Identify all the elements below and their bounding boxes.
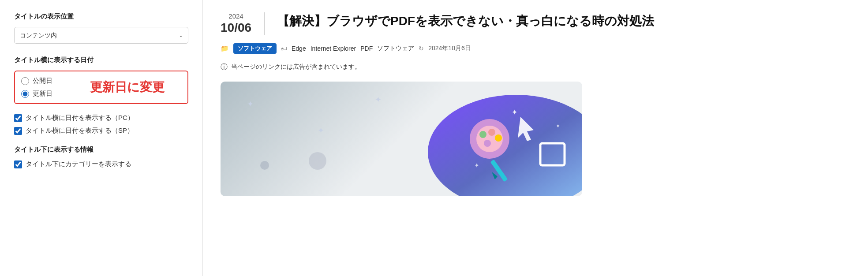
notice-text: 当ページのリンクには広告が含まれています。 [231,63,361,71]
updated-date: 2024年10月6日 [428,45,471,52]
right-panel: 2024 10/06 【解決】ブラウザでPDFを表示できない・真っ白になる時の対… [203,0,868,276]
article-date: 10/06 [221,21,251,34]
checkbox-category-label: タイトル下にカテゴリーを表示する [26,160,131,168]
radio-update[interactable] [21,90,29,98]
svg-point-6 [484,140,491,147]
title-position-select[interactable]: コンテンツ内 [14,27,188,44]
checkbox-date-sp-label: タイトル横に日付を表示する（SP） [26,127,134,135]
category-badge[interactable]: ソフトウェア [233,43,277,54]
checkbox-category-input[interactable] [14,160,22,168]
svg-text:✦: ✦ [474,162,479,169]
article-date-block: 2024 10/06 [221,12,251,35]
svg-point-5 [495,134,502,142]
date-display-label: タイトル横に表示する日付 [14,56,188,64]
title-position-label: タイトルの表示位置 [14,12,188,21]
tag-software: ソフトウェア [377,45,414,52]
refresh-icon: ↻ [419,45,424,52]
left-panel: タイトルの表示位置 コンテンツ内 ⌄ タイトル横に表示する日付 公開日 更新日 … [0,0,203,276]
svg-text:✦: ✦ [556,123,560,129]
tag-pdf: PDF [360,45,373,52]
deco-star-3: ✦ [375,95,382,104]
radio-publish-label: 公開日 [33,77,52,85]
svg-point-3 [479,131,486,138]
checkbox-date-sp-input[interactable] [14,127,22,135]
radio-update-label: 更新日 [33,90,52,98]
thumbnail-graphic: ✦ ✦ ✦ [415,90,582,196]
tag-ie: Internet Explorer [311,45,356,52]
checkbox-category[interactable]: タイトル下にカテゴリーを表示する [14,160,188,168]
below-title-label: タイトル下に表示する情報 [14,145,188,154]
article-thumbnail: ✦ ✦ ✦ [221,82,582,196]
article-year: 2024 [221,12,251,20]
deco-star-2: ✦ [318,126,324,135]
radio-publish[interactable] [21,77,29,85]
title-position-select-wrap: コンテンツ内 ⌄ [14,27,188,44]
deco-star-1: ✦ [247,99,254,109]
date-display-section: タイトル横に表示する日付 公開日 更新日 更新日に変更 [14,56,188,104]
checkbox-date-pc-input[interactable] [14,114,22,122]
svg-point-4 [488,129,495,136]
below-title-checkbox-group: タイトル下にカテゴリーを表示する [14,160,188,168]
article-meta-row: 📁 ソフトウェア 🏷 Edge Internet Explorer PDF ソフ… [221,43,850,54]
tag-edge: Edge [292,45,306,52]
deco-dot-2 [260,161,269,170]
article-title: 【解決】ブラウザでPDFを表示できない・真っ白になる時の対処法 [277,12,654,30]
annotation-text: 更新日に変更 [90,79,165,96]
deco-dot-1 [309,152,326,170]
tag-icon: 🏷 [281,45,287,52]
checkbox-date-pc-label: タイトル横に日付を表示する（PC） [26,114,134,122]
folder-icon: 📁 [221,45,229,52]
checkbox-date-sp[interactable]: タイトル横に日付を表示する（SP） [14,127,188,135]
notice-box: ⓘ 当ページのリンクには広告が含まれています。 [221,63,850,72]
date-checkbox-group: タイトル横に日付を表示する（PC） タイトル横に日付を表示する（SP） [14,114,188,135]
main-layout: タイトルの表示位置 コンテンツ内 ⌄ タイトル横に表示する日付 公開日 更新日 … [0,0,868,276]
article-header: 2024 10/06 【解決】ブラウザでPDFを表示できない・真っ白になる時の対… [221,12,850,35]
svg-text:✦: ✦ [512,108,517,116]
info-icon: ⓘ [221,63,228,72]
date-radio-group: 公開日 更新日 更新日に変更 [14,71,188,104]
checkbox-date-pc[interactable]: タイトル横に日付を表示する（PC） [14,114,188,122]
header-divider [264,12,265,35]
